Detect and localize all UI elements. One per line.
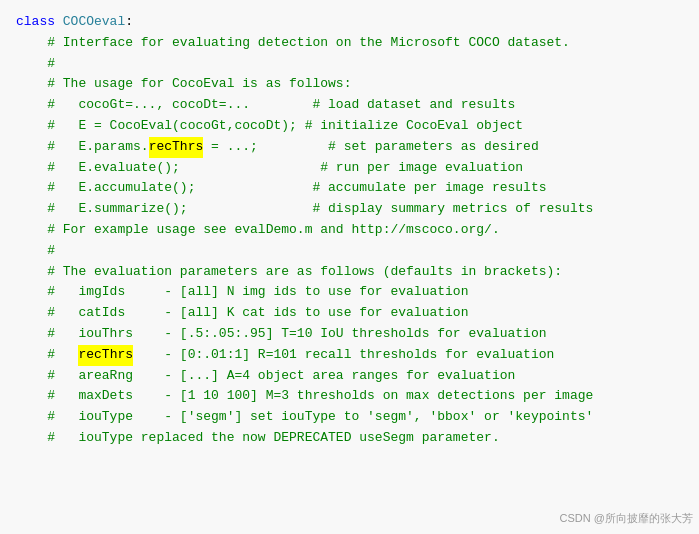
code-line: #	[16, 241, 683, 262]
code-line: # iouThrs - [.5:.05:.95] T=10 IoU thresh…	[16, 324, 683, 345]
code-line: # iouType - ['segm'] set iouType to 'seg…	[16, 407, 683, 428]
comment-text: # maxDets - [1 10 100] M=3 thresholds on…	[16, 386, 593, 407]
comment-text: = ...; # set parameters as desired	[203, 137, 538, 158]
keyword-class: class	[16, 12, 63, 33]
code-line: # E.accumulate(); # accumulate per image…	[16, 178, 683, 199]
code-line: # E.params.recThrs = ...; # set paramete…	[16, 137, 683, 158]
code-line: # areaRng - [...] A=4 object area ranges…	[16, 366, 683, 387]
comment-text: #	[16, 54, 55, 75]
code-line: # E.evaluate(); # run per image evaluati…	[16, 158, 683, 179]
comment-text: # iouType replaced the now DEPRECATED us…	[16, 428, 500, 449]
code-line: # cocoGt=..., cocoDt=... # load dataset …	[16, 95, 683, 116]
code-line: class COCOeval:	[16, 12, 683, 33]
watermark-text: CSDN @所向披靡的张大芳	[560, 510, 693, 528]
comment-text: # E.params.	[16, 137, 149, 158]
comment-text: # iouThrs - [.5:.05:.95] T=10 IoU thresh…	[16, 324, 547, 345]
comment-text: # E.accumulate(); # accumulate per image…	[16, 178, 547, 199]
comment-text: # E.summarize(); # display summary metri…	[16, 199, 593, 220]
code-line: # E = CocoEval(cocoGt,cocoDt); # initial…	[16, 116, 683, 137]
comment-text: # The usage for CocoEval is as follows:	[16, 74, 351, 95]
comment-text: # areaRng - [...] A=4 object area ranges…	[16, 366, 515, 387]
comment-text: # The evaluation parameters are as follo…	[16, 262, 562, 283]
highlighted-term: recThrs	[149, 137, 204, 158]
comment-text: - [0:.01:1] R=101 recall thresholds for …	[133, 345, 554, 366]
comment-text: # cocoGt=..., cocoDt=... # load dataset …	[16, 95, 515, 116]
class-name: COCOeval	[63, 12, 125, 33]
comment-text: # For example usage see evalDemo.m and h…	[16, 220, 500, 241]
comment-text: #	[16, 241, 55, 262]
code-line: # imgIds - [all] N img ids to use for ev…	[16, 282, 683, 303]
code-line: # maxDets - [1 10 100] M=3 thresholds on…	[16, 386, 683, 407]
comment-text: # Interface for evaluating detection on …	[16, 33, 570, 54]
comment-text: # E.evaluate(); # run per image evaluati…	[16, 158, 523, 179]
code-line: # The usage for CocoEval is as follows:	[16, 74, 683, 95]
code-line: #	[16, 54, 683, 75]
code-line: # For example usage see evalDemo.m and h…	[16, 220, 683, 241]
highlighted-term: recThrs	[78, 345, 133, 366]
normal-text: :	[125, 12, 133, 33]
code-line: # recThrs - [0:.01:1] R=101 recall thres…	[16, 345, 683, 366]
comment-text: # imgIds - [all] N img ids to use for ev…	[16, 282, 468, 303]
code-line: # E.summarize(); # display summary metri…	[16, 199, 683, 220]
code-line: # Interface for evaluating detection on …	[16, 33, 683, 54]
code-line: # catIds - [all] K cat ids to use for ev…	[16, 303, 683, 324]
code-viewer: class COCOeval: # Interface for evaluati…	[0, 0, 699, 534]
code-line: # The evaluation parameters are as follo…	[16, 262, 683, 283]
comment-text: # iouType - ['segm'] set iouType to 'seg…	[16, 407, 593, 428]
comment-text: #	[16, 345, 78, 366]
comment-text: # catIds - [all] K cat ids to use for ev…	[16, 303, 468, 324]
comment-text: # E = CocoEval(cocoGt,cocoDt); # initial…	[16, 116, 523, 137]
code-line: # iouType replaced the now DEPRECATED us…	[16, 428, 683, 449]
